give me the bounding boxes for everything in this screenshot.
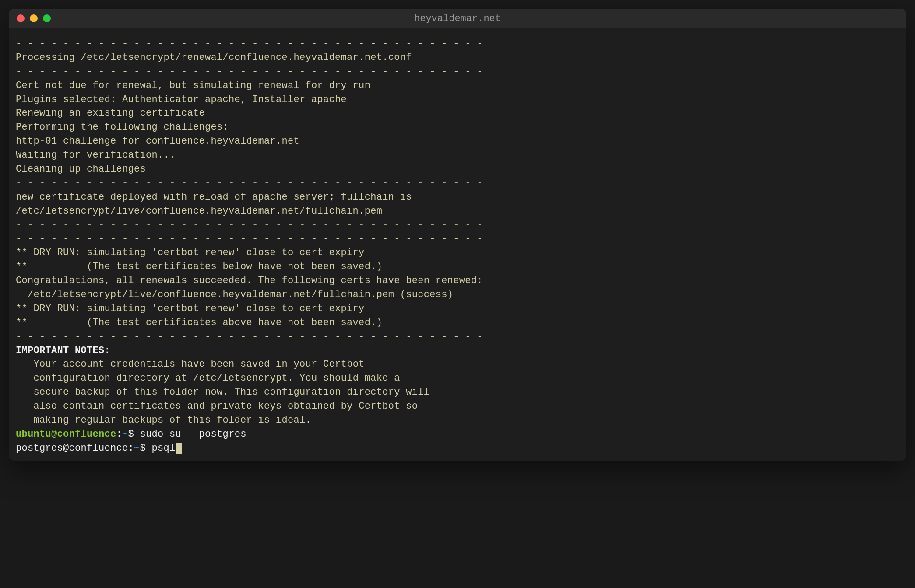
output-line: - - - - - - - - - - - - - - - - - - - - … <box>16 65 899 79</box>
output-line: Cert not due for renewal, but simulating… <box>16 79 899 93</box>
output-line: ** (The test certificates above have not… <box>16 316 899 330</box>
output-line: - - - - - - - - - - - - - - - - - - - - … <box>16 218 899 232</box>
output-line: Cleaning up challenges <box>16 162 899 176</box>
output-line: /etc/letsencrypt/live/confluence.heyvald… <box>16 204 899 218</box>
notes-line: configuration directory at /etc/letsencr… <box>16 371 899 385</box>
output-line: /etc/letsencrypt/live/confluence.heyvald… <box>16 288 899 302</box>
terminal-content[interactable]: - - - - - - - - - - - - - - - - - - - - … <box>9 28 906 461</box>
output-line: Waiting for verification... <box>16 148 899 162</box>
important-notes-title: IMPORTANT NOTES: <box>16 344 899 358</box>
traffic-lights <box>17 14 51 22</box>
cursor-icon <box>176 443 182 454</box>
output-line: Renewing an existing certificate <box>16 106 899 120</box>
minimize-button[interactable] <box>30 14 38 22</box>
prompt-line: postgres@confluence:~$ psql <box>16 441 899 455</box>
output-line: - - - - - - - - - - - - - - - - - - - - … <box>16 176 899 190</box>
prompt-line: ubuntu@confluence:~$ sudo su - postgres <box>16 427 899 441</box>
prompt-dollar: $ <box>140 443 152 454</box>
output-line: Processing /etc/letsencrypt/renewal/conf… <box>16 51 899 65</box>
output-line: - - - - - - - - - - - - - - - - - - - - … <box>16 37 899 51</box>
output-line: - - - - - - - - - - - - - - - - - - - - … <box>16 232 899 246</box>
prompt-colon: : <box>128 443 134 454</box>
output-line: http-01 challenge for confluence.heyvald… <box>16 134 899 148</box>
output-line: ** (The test certificates below have not… <box>16 260 899 274</box>
command-text: sudo su - postgres <box>140 429 246 440</box>
terminal-window: heyvaldemar.net - - - - - - - - - - - - … <box>9 9 906 461</box>
output-line: - - - - - - - - - - - - - - - - - - - - … <box>16 330 899 344</box>
notes-line: - Your account credentials have been sav… <box>16 357 899 371</box>
output-line: Plugins selected: Authenticator apache, … <box>16 93 899 107</box>
output-line: ** DRY RUN: simulating 'certbot renew' c… <box>16 302 899 316</box>
prompt-user-host: ubuntu@confluence <box>16 429 116 440</box>
window-title: heyvaldemar.net <box>414 13 501 24</box>
maximize-button[interactable] <box>43 14 51 22</box>
prompt-user-host: postgres@confluence <box>16 443 128 454</box>
close-button[interactable] <box>17 14 25 22</box>
notes-line: also contain certificates and private ke… <box>16 399 899 413</box>
titlebar: heyvaldemar.net <box>9 9 906 28</box>
notes-line: making regular backups of this folder is… <box>16 413 899 427</box>
output-line: new certificate deployed with reload of … <box>16 190 899 204</box>
prompt-path: ~ <box>122 429 128 440</box>
prompt-colon: : <box>116 429 123 440</box>
output-line: ** DRY RUN: simulating 'certbot renew' c… <box>16 246 899 260</box>
output-line: Congratulations, all renewals succeeded.… <box>16 274 899 288</box>
prompt-dollar: $ <box>128 429 140 440</box>
notes-line: secure backup of this folder now. This c… <box>16 385 899 399</box>
command-text: psql <box>152 443 176 454</box>
prompt-path: ~ <box>134 443 140 454</box>
output-line: Performing the following challenges: <box>16 120 899 134</box>
